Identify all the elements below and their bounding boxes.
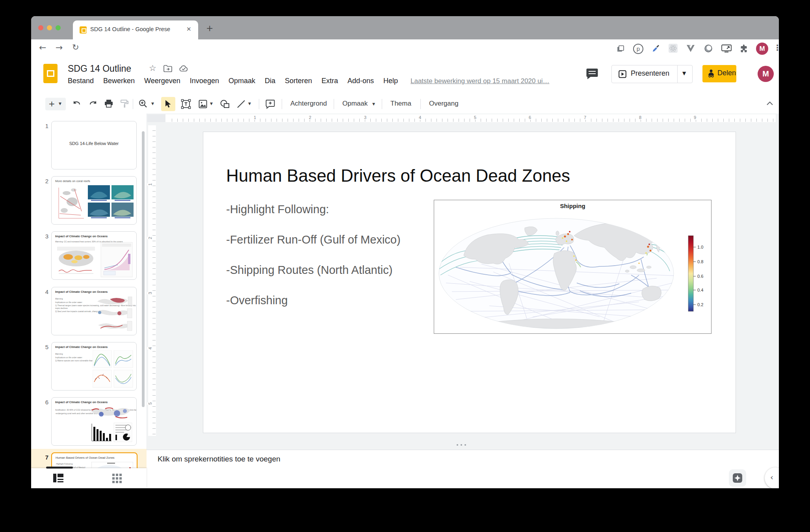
slide-thumbnail-4[interactable]: Impact of Climate Change on Oceans Warmi…: [51, 287, 137, 335]
move-to-folder-icon[interactable]: [163, 65, 172, 72]
layout-dropdown-icon[interactable]: ▼: [372, 102, 375, 106]
vertical-ruler[interactable]: 12345: [148, 125, 156, 436]
redo-icon[interactable]: [88, 100, 98, 108]
menu-sorteren[interactable]: Sorteren: [285, 77, 312, 85]
cloud-saved-icon[interactable]: [179, 65, 188, 73]
slide-bullet[interactable]: -Highlight Following:: [226, 203, 329, 216]
last-edit-link[interactable]: Laatste bewerking werd op 15 maart 2020 …: [411, 77, 549, 85]
share-label: Delen: [717, 69, 736, 77]
slide-number: 2: [41, 178, 48, 184]
slide-number: 4: [41, 288, 48, 295]
insert-comment-icon[interactable]: [265, 99, 275, 109]
insert-image-icon[interactable]: [198, 99, 208, 109]
star-document-icon[interactable]: ☆: [149, 63, 156, 73]
colorbar: 1.0 0.8 0.6 0.4 0.2: [688, 236, 703, 311]
slide-thumbnail-3[interactable]: Impact of Climate Change on Oceans Warmi…: [51, 231, 137, 280]
speaker-notes-placeholder[interactable]: Klik om sprekernotities toe te voegen: [158, 455, 281, 463]
slide-thumbnail-6[interactable]: Impact of Climate Change on Oceans Acidi…: [51, 397, 137, 446]
new-tab-button[interactable]: +: [206, 23, 213, 33]
text-box-icon[interactable]: [181, 99, 191, 109]
browser-menu-icon[interactable]: ⋮: [773, 43, 779, 52]
speaker-notes-panel[interactable]: Klik om sprekernotities toe te voegen: [147, 450, 779, 488]
slide-thumbnail-5[interactable]: Impact of Climate Change on Oceans Warmi…: [51, 342, 137, 391]
slides-header: SDG 14 Outline ☆ BestandBewerkenWeergeve…: [31, 58, 779, 95]
react-devtools-icon[interactable]: [669, 44, 678, 53]
insert-shape-icon[interactable]: [220, 99, 230, 109]
zoom-dropdown-icon[interactable]: ▼: [151, 102, 154, 106]
tab-strip: SDG 14 Outline - Google Prese ✕ +: [31, 16, 779, 39]
vue-devtools-icon[interactable]: [686, 44, 695, 53]
menu-invoegen[interactable]: Invoegen: [190, 77, 219, 85]
thumb-title: Human Based Drivers of Ocean Dead Zones: [56, 456, 137, 459]
slide-thumbnail-7-selected[interactable]: Human Based Drivers of Ocean Dead Zones …: [51, 452, 137, 468]
transition-button[interactable]: Overgang: [429, 100, 459, 108]
divider: [420, 99, 421, 109]
undo-icon[interactable]: [72, 100, 82, 108]
menu-bestand[interactable]: Bestand: [68, 77, 94, 85]
tab-groups-icon[interactable]: [616, 44, 625, 54]
account-avatar[interactable]: M: [758, 66, 774, 82]
share-person-icon: [707, 69, 715, 78]
v-ruler-number: 3: [147, 292, 153, 294]
filmstrip-view-icon[interactable]: [53, 474, 63, 482]
back-icon[interactable]: ←: [39, 43, 46, 52]
menu-weergeven[interactable]: Weergeven: [144, 77, 180, 85]
eyedropper-icon[interactable]: [651, 44, 660, 53]
collapse-toolbar-icon[interactable]: [766, 101, 773, 106]
browser-profile-avatar[interactable]: M: [756, 43, 768, 55]
comment-history-icon[interactable]: [586, 68, 598, 80]
line-dropdown-icon[interactable]: ▼: [248, 102, 251, 106]
menu-addons[interactable]: Add-ons: [347, 77, 374, 85]
browser-tab[interactable]: SDG 14 Outline - Google Prese ✕: [73, 20, 198, 39]
slide-thumbnail-2[interactable]: More details on coral reefs: [51, 176, 137, 225]
theme-button[interactable]: Thema: [390, 100, 411, 108]
forward-icon[interactable]: →: [56, 43, 63, 52]
select-tool-button[interactable]: [161, 97, 175, 111]
present-label: Presenteren: [631, 69, 669, 78]
shipping-figure[interactable]: Shipping: [434, 200, 712, 334]
menu-dia[interactable]: Dia: [265, 77, 275, 85]
slides-logo[interactable]: [43, 64, 58, 83]
close-window-button[interactable]: [38, 25, 43, 30]
slide-title[interactable]: Human Based Drivers of Ocean Dead Zones: [226, 166, 570, 186]
zoom-window-button[interactable]: [56, 25, 61, 30]
present-dropdown-button[interactable]: ▼: [677, 65, 693, 83]
document-title[interactable]: SDG 14 Outline: [68, 63, 131, 74]
extensions-puzzle-icon[interactable]: [739, 44, 749, 53]
tab-close-icon[interactable]: ✕: [186, 26, 191, 33]
slide-canvas[interactable]: Human Based Drivers of Ocean Dead Zones …: [203, 132, 736, 433]
menu-extra[interactable]: Extra: [321, 77, 338, 85]
explore-button[interactable]: [729, 469, 746, 487]
svg-text:0.6: 0.6: [697, 274, 703, 279]
present-button[interactable]: Presenteren: [611, 65, 678, 83]
share-button[interactable]: Delen: [702, 65, 736, 82]
paint-format-icon[interactable]: [120, 99, 129, 108]
v-ruler-number: 4: [147, 347, 153, 350]
insert-line-icon[interactable]: [236, 99, 246, 109]
background-button[interactable]: Achtergrond: [290, 100, 327, 108]
screen-cast-icon[interactable]: [721, 45, 732, 52]
new-slide-button[interactable]: + ▼: [45, 98, 66, 110]
horizontal-ruler[interactable]: 123456789: [165, 114, 776, 122]
extension-o-icon[interactable]: [704, 44, 713, 53]
slide-thumbnail-1[interactable]: SDG 14-Life Below Water: [51, 121, 137, 169]
reload-icon[interactable]: ↻: [72, 43, 79, 52]
menu-opmaak[interactable]: Opmaak: [229, 77, 255, 85]
menu-bewerken[interactable]: Bewerken: [103, 77, 135, 85]
slide-bullet[interactable]: -Shipping Routes (North Atlantic): [226, 264, 392, 277]
notes-resize-handle[interactable]: [457, 440, 466, 447]
image-dropdown-icon[interactable]: ▼: [210, 102, 213, 106]
filmstrip-scrollbar[interactable]: [142, 131, 145, 407]
grid-view-icon[interactable]: [112, 474, 122, 483]
plus-icon: +: [48, 99, 55, 108]
layout-button[interactable]: Opmaak: [342, 100, 368, 108]
filmstrip-h-scrollbar[interactable]: [46, 467, 73, 469]
slide-bullet[interactable]: -Fertilizer Run-Off (Gulf of Mexico): [226, 233, 401, 246]
print-icon[interactable]: [104, 99, 113, 108]
slide-bullet[interactable]: -Overfishing: [226, 294, 288, 307]
svg-text:0.8: 0.8: [697, 259, 703, 264]
minimize-window-button[interactable]: [47, 25, 52, 30]
zoom-icon[interactable]: [138, 99, 148, 108]
extension-p-icon[interactable]: p: [633, 44, 643, 54]
menu-help[interactable]: Help: [383, 77, 398, 85]
